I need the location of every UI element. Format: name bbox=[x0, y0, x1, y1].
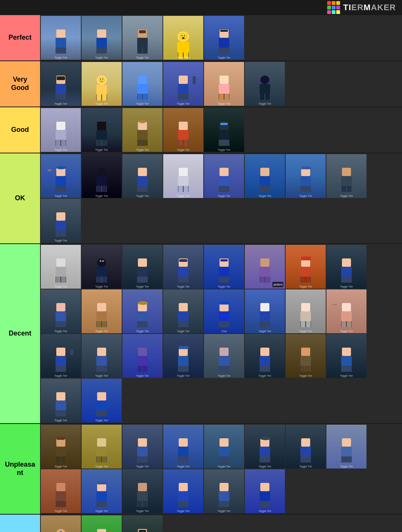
tier-row-awful: Awful Toggle Tier Toggle Tier Noy bbox=[0, 515, 402, 532]
list-item: Toggle Tier bbox=[82, 108, 122, 152]
tier-label-perfect: Perfect bbox=[0, 15, 40, 60]
logo-cell-5 bbox=[332, 6, 336, 9]
list-item: Toggle Tier bbox=[122, 154, 162, 198]
list-item: Toggle Tier bbox=[122, 289, 162, 333]
list-item: Toggle Tier bbox=[122, 334, 162, 378]
list-item: Toggle Tier bbox=[286, 289, 326, 333]
tier-label-awful: Awful bbox=[0, 515, 40, 532]
list-item: Toggle Tier bbox=[163, 289, 203, 333]
tier-label-ok: OK bbox=[0, 153, 40, 243]
tier-row-unpleasant: Unpleasant Toggle Tier Toggle Tier Toggl… bbox=[0, 424, 402, 515]
logo-cell-3 bbox=[336, 1, 340, 5]
list-item: Toggle Tier bbox=[122, 425, 162, 469]
list-item: Noy bbox=[122, 515, 162, 532]
list-item: Toggle Tier bbox=[41, 425, 81, 469]
list-item: 🙂Toggle Tier bbox=[82, 62, 122, 106]
list-item: Toggle Tier bbox=[204, 245, 244, 289]
list-item: Toggle Tier bbox=[326, 425, 366, 469]
list-item: Toggle Tier bbox=[163, 62, 203, 106]
list-item: Char bbox=[204, 289, 244, 333]
list-item: Toggle Tier bbox=[163, 425, 203, 469]
list-item: Toggle Tier bbox=[286, 334, 326, 378]
list-item: Toggle Tier bbox=[286, 154, 326, 198]
tier-label-very-good: Very Good bbox=[0, 61, 40, 107]
list-item: Toggle Tier bbox=[326, 289, 366, 333]
logo-cell-9 bbox=[336, 10, 340, 14]
list-item: Toggle Tier bbox=[82, 334, 122, 378]
list-item: Toggle Tier bbox=[204, 334, 244, 378]
tier-row-perfect: Perfect Toggle Tier Toggle Tier Toggle T… bbox=[0, 15, 402, 61]
list-item: Toggle Tier bbox=[245, 154, 285, 198]
list-item: Toggle Tier bbox=[163, 469, 203, 513]
list-item: Toggle Tier bbox=[41, 334, 81, 378]
list-item: Toggle Tier bbox=[41, 245, 81, 289]
list-item: Toggle Tier bbox=[122, 469, 162, 513]
list-item: 👓Toggle Tier bbox=[82, 245, 122, 289]
list-item: Toggle Tier bbox=[82, 469, 122, 513]
list-item: Toggle Tier bbox=[41, 154, 81, 198]
list-item: Toggle Tier bbox=[41, 62, 81, 106]
logo-text: TierMaker bbox=[343, 3, 396, 12]
list-item: Toggle Tier bbox=[122, 245, 162, 289]
list-item: Toggle Tier bbox=[163, 245, 203, 289]
list-item: Toggle Tier bbox=[122, 16, 162, 60]
list-item: Toggle Tier bbox=[204, 469, 244, 513]
tiermaker-logo: TierMaker bbox=[327, 1, 396, 14]
tier-items-ok: Toggle Tier Toggle Tier Toggle Tier Togg… bbox=[40, 153, 402, 243]
tier-row-good: Good Toggle Tier Toggle Tier Toggle Tier… bbox=[0, 107, 402, 153]
list-item: Toggle Tier bbox=[163, 154, 203, 198]
list-item: Toggle Tier bbox=[82, 154, 122, 198]
list-item: Toggle Tier bbox=[41, 515, 81, 532]
list-item: Toggle Tier bbox=[245, 334, 285, 378]
logo-cell-1 bbox=[327, 1, 331, 5]
list-item: Toggle Tier bbox=[204, 425, 244, 469]
list-item: Toggle Tier bbox=[245, 289, 285, 333]
list-item: Toggle Tier bbox=[82, 425, 122, 469]
header: TierMaker bbox=[0, 0, 402, 15]
list-item: Toggle Tier bbox=[122, 62, 162, 106]
list-item: Toggle Tier bbox=[122, 108, 162, 152]
list-item: Toggle Tier bbox=[204, 108, 244, 152]
tier-items-unpleasant: Toggle Tier Toggle Tier Toggle Tier Togg… bbox=[40, 424, 402, 514]
tier-row-ok: OK Toggle Tier Toggle Tier Toggle Tier T… bbox=[0, 153, 402, 244]
list-item: 😮Toggle Tier bbox=[163, 16, 203, 60]
list-item: Toggle Tier bbox=[41, 108, 81, 152]
list-item: Toggle Tier bbox=[326, 245, 366, 289]
list-item: Toggle Tier bbox=[82, 289, 122, 333]
logo-cell-8 bbox=[332, 10, 336, 14]
list-item: Toggle Tier bbox=[163, 334, 203, 378]
list-item: Toggle Tier bbox=[326, 154, 366, 198]
logo-cell-4 bbox=[327, 6, 331, 9]
list-item: Toggle Tier bbox=[326, 334, 366, 378]
logo-cell-2 bbox=[332, 1, 336, 5]
tier-label-unpleasant: Unpleasant bbox=[0, 424, 40, 514]
list-item: Toggle Tier bbox=[286, 245, 326, 289]
logo-cell-7 bbox=[327, 10, 331, 14]
tier-label-decent: Decent bbox=[0, 244, 40, 423]
list-item: Toggle Tier bbox=[41, 289, 81, 333]
list-item: Toggle Tier bbox=[82, 379, 122, 422]
tier-items-very-good: Toggle Tier 🙂Toggle Tier Toggle Tier Tog… bbox=[40, 61, 402, 107]
tier-row-very-good: Very Good Toggle Tier 🙂Toggle Tier Toggl… bbox=[0, 61, 402, 107]
list-item: Toggle Tier bbox=[286, 425, 326, 469]
tier-items-decent: Toggle Tier 👓Toggle Tier Toggle Tier Tog… bbox=[40, 244, 402, 423]
list-item: Toggle Tier bbox=[204, 16, 244, 60]
tier-label-good: Good bbox=[0, 107, 40, 153]
tier-list: Perfect Toggle Tier Toggle Tier Toggle T… bbox=[0, 15, 402, 532]
list-item: Toggle Tier bbox=[82, 16, 122, 60]
tier-items-awful: Toggle Tier Toggle Tier Noy bbox=[40, 515, 402, 532]
list-item: Toggle Tier bbox=[82, 515, 122, 532]
tier-row-decent: Decent Toggle Tier 👓Toggle Tier Toggle T… bbox=[0, 244, 402, 424]
list-item: Toggle Tier bbox=[245, 469, 285, 513]
list-item: Toggle Tier bbox=[204, 62, 244, 106]
list-item: Toggle Tier bbox=[245, 425, 285, 469]
list-item: acters bbox=[245, 245, 285, 289]
list-item: Toggle Tier bbox=[163, 108, 203, 152]
list-item: Toggle Tier bbox=[245, 62, 285, 106]
list-item: Toggle Tier bbox=[41, 469, 81, 513]
tier-items-good: Toggle Tier Toggle Tier Toggle Tier Togg… bbox=[40, 107, 402, 153]
list-item: Toggle Tier bbox=[41, 199, 81, 243]
logo-grid-icon bbox=[327, 1, 340, 14]
tier-items-perfect: Toggle Tier Toggle Tier Toggle Tier 😮Tog… bbox=[40, 15, 402, 60]
logo-cell-6 bbox=[336, 6, 340, 9]
